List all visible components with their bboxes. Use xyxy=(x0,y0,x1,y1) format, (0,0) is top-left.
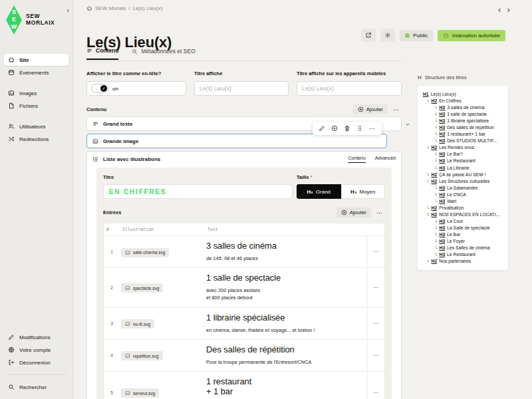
outline-item-h3[interactable]: └H3La Salamandre xyxy=(423,185,503,192)
sidebar-item-utilisateurs[interactable]: Utilisateurs xyxy=(4,120,68,132)
sidebar-item-images[interactable]: Images xyxy=(4,87,68,99)
chevron-down-icon[interactable] xyxy=(405,122,410,127)
illustration-chip[interactable]: spectacle.svg xyxy=(121,283,163,293)
tab-metadonnees-seo[interactable]: Métadonnées et SEO xyxy=(132,47,195,60)
edit-pencil-icon[interactable] xyxy=(319,125,325,132)
sidebar-item-modifications[interactable]: Modifications xyxy=(4,331,68,343)
entry-text-cell[interactable]: 1 librairie spécialiséeen cinéma, danse,… xyxy=(205,308,367,339)
sidebar-item-evenements[interactable]: Événements xyxy=(4,66,68,78)
outline-item-h3[interactable]: └H31 salle de spectacle xyxy=(423,111,503,118)
outline-item-text: Le Bar xyxy=(447,231,460,238)
outline-item-h3[interactable]: └H33 salles de cinéma xyxy=(423,104,503,111)
home-icon[interactable] xyxy=(86,5,92,11)
sidebar-item-fichiers[interactable]: Fichiers xyxy=(4,100,68,112)
headings-outline-panel: H Structure des titres H1Le(s) Lieu(x)└H… xyxy=(418,74,508,270)
size-option-moyen[interactable]: H₃ Moyen xyxy=(341,184,386,199)
outline-level-tag: H2 xyxy=(431,258,437,265)
drag-handle-icon[interactable] xyxy=(356,125,363,132)
mobile-title-input[interactable] xyxy=(297,81,402,96)
search-icon xyxy=(8,384,15,390)
outline-item-h2[interactable]: └H2ÇA se passe AU SEW ! xyxy=(423,172,503,178)
illustration-chip[interactable]: ho-lit.svg xyxy=(121,319,154,329)
illustration-chip[interactable]: repetition.svg xyxy=(121,351,163,360)
entry-more-button[interactable]: ⋯ xyxy=(371,351,381,360)
block-tabs: Contenu Advanced xyxy=(348,156,396,163)
outline-item-h2[interactable]: └H2Nos partenaires xyxy=(423,258,503,265)
content-more-button[interactable]: ⋯ xyxy=(391,105,402,114)
sidebar-item-deconnexion[interactable]: Déconnexion xyxy=(4,356,68,368)
sidebar-collapse-button[interactable]: ‹ xyxy=(66,7,69,14)
indexation-badge[interactable]: Indexation autorisée xyxy=(438,30,505,41)
illustration-chip[interactable]: salle-cinema.svg xyxy=(121,248,169,257)
entry-text-cell[interactable]: 1 restaurant + 1 barpour s'hydrater et b… xyxy=(205,372,367,399)
sidebar-item-site[interactable]: Site xyxy=(4,54,68,66)
outline-item-h3[interactable]: └H31 restaurant+ 1 bar xyxy=(423,131,503,138)
image-icon xyxy=(8,90,15,96)
sidebar-item-votre-compte[interactable]: Votre compte xyxy=(4,344,68,356)
breadcrumb-root[interactable]: SEW Morlaix xyxy=(95,5,126,11)
outline-item-h3[interactable]: └H3Le Bar? xyxy=(423,151,503,158)
entry-more-button[interactable]: ⋯ xyxy=(371,388,381,397)
open-external-button[interactable] xyxy=(361,29,376,42)
outline-item-h2[interactable]: └H2En Chiffres xyxy=(423,98,503,104)
sidebar-divider xyxy=(7,374,66,375)
required-marker: * xyxy=(311,175,313,180)
settings-button[interactable] xyxy=(380,29,395,42)
entries-more-button[interactable]: ⋯ xyxy=(374,208,385,217)
entry-text-cell[interactable]: 1 salle de spectacleavec 200 places assi… xyxy=(205,268,367,307)
outline-item-h3[interactable]: └H3La Cour xyxy=(423,218,503,225)
outline-item-h3[interactable]: └H3Le Restaurant xyxy=(423,251,503,258)
sidebar-item-rechercher[interactable]: Rechercher xyxy=(4,381,68,393)
outline-item-h3[interactable]: └H3Des STUDIOS MULTIF... xyxy=(423,138,503,144)
tree-connector: └ xyxy=(434,118,437,124)
entry-more-button[interactable]: ⋯ xyxy=(371,283,381,292)
entry-more-button[interactable]: ⋯ xyxy=(371,319,381,328)
header-toggle[interactable]: ✓ xyxy=(91,84,108,93)
outline-item-h3[interactable]: └H3Le Bar xyxy=(423,231,503,238)
display-title-input[interactable] xyxy=(194,81,289,96)
outline-item-h3[interactable]: └H3Les Salles de cinéma xyxy=(423,245,503,251)
outline-item-text: ÇA se passe AU SEW ! xyxy=(439,172,485,178)
outline-item-h3[interactable]: └H3Le CNCA xyxy=(423,192,503,198)
outline-item-h2[interactable]: └H2Les Rendez-vous xyxy=(423,144,503,151)
entry-heading: 3 salles de cinéma xyxy=(206,241,363,251)
sidebar-item-redirections[interactable]: Redirections xyxy=(4,133,68,145)
outline-item-text: 1 librairie spécialisée xyxy=(447,118,489,124)
outline-item-text: Le(s) Lieu(x) xyxy=(431,91,456,98)
outline-item-h3[interactable]: └H3La Salle de spectacle xyxy=(423,225,503,231)
outline-item-h3[interactable]: └H3Le Restaurant xyxy=(423,158,503,164)
next-page-button[interactable]: › xyxy=(507,5,510,15)
block-more-button[interactable]: ⋯ xyxy=(369,125,376,132)
tree-connector: └ xyxy=(426,211,429,217)
outline-item-h2[interactable]: └H2Les Structures culturelles xyxy=(423,178,503,185)
block-tab-advanced[interactable]: Advanced xyxy=(375,156,396,163)
outline-item-h3[interactable]: └H3Des salles de répétition xyxy=(423,124,503,131)
outline-item-h3[interactable]: └H31 librairie spécialisée xyxy=(423,118,503,124)
outline-item-h3[interactable]: └H3La Librairie xyxy=(423,165,503,172)
app-logo[interactable]: S E W SEW MORLAIX xyxy=(0,0,72,42)
block-row-grande-image[interactable]: Grande image xyxy=(86,134,387,148)
outline-item-h1[interactable]: H1Le(s) Lieu(x) xyxy=(423,91,503,98)
outline-item-h3[interactable]: └H3Le Foyer xyxy=(423,238,503,245)
status-badge[interactable]: Public xyxy=(400,30,433,41)
illustration-chip[interactable]: serveur.svg xyxy=(121,388,159,398)
outline-item-h2[interactable]: └H2NOS ESPACES EN LOCATI... xyxy=(423,211,503,218)
outline-item-h3[interactable]: └H3Wart xyxy=(423,198,503,205)
list-block-header[interactable]: Liste avec illustrations Contenu Advance… xyxy=(87,152,401,166)
outline-item-h2[interactable]: └H2Privatisation xyxy=(423,205,503,211)
tab-contenu[interactable]: Contenu xyxy=(86,47,118,60)
duplicate-plus-icon[interactable] xyxy=(331,125,338,132)
add-entry-button[interactable]: Ajouter xyxy=(336,207,371,217)
entry-more-button[interactable]: ⋯ xyxy=(371,247,381,256)
entry-text-cell[interactable]: Des salles de répétitionPour la troupe p… xyxy=(205,340,367,371)
trash-icon[interactable] xyxy=(344,125,350,132)
block-tab-contenu[interactable]: Contenu xyxy=(348,156,365,163)
size-option-grand[interactable]: H₂ Grand xyxy=(297,184,341,199)
entry-text-cell[interactable]: 3 salles de cinémade 145, 98 et 46 place… xyxy=(205,236,367,267)
list-title-input[interactable] xyxy=(103,184,293,199)
outline-level-tag: H3 xyxy=(439,245,445,251)
outline-level-tag: H2 xyxy=(431,178,437,185)
add-block-button[interactable]: Ajouter xyxy=(353,104,388,114)
calendar-icon xyxy=(8,69,15,76)
prev-page-button[interactable]: ‹ xyxy=(498,5,501,15)
